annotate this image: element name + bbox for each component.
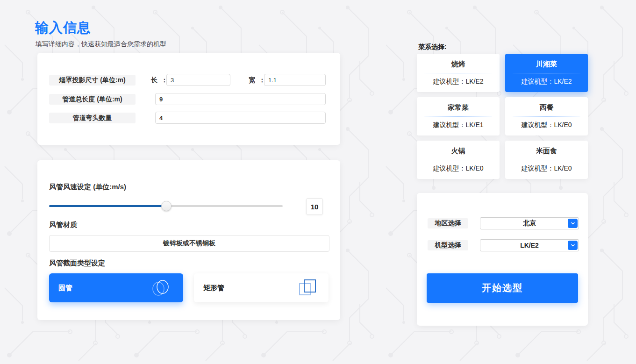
region-select-label: 地区选择 (428, 218, 468, 228)
model-select[interactable]: LK/E2 (480, 239, 579, 251)
divider (513, 73, 580, 73)
cuisine-card-western[interactable]: 西餐 建议机型：LK/E0 (505, 97, 588, 136)
selection-card: 地区选择 北京 机型选择 LK/E2 开始选型 (417, 193, 588, 326)
cuisine-name: 火锅 (451, 147, 465, 156)
chevron-down-icon[interactable] (568, 241, 578, 250)
round-pipe-icon (150, 278, 172, 297)
suggestion-prefix: 建议机型： (521, 121, 554, 128)
wind-speed-value: 10 (306, 198, 323, 215)
dimensions-card: 烟罩投影尺寸 (单位:m) 长 ： 宽 ： 管道总长度 (单位:m) 管道弯头数… (37, 53, 340, 145)
divider (513, 116, 580, 117)
length-input[interactable] (166, 74, 230, 86)
suggestion-prefix: 建议机型： (433, 164, 465, 172)
page-title: 输入信息 (35, 19, 91, 37)
cuisine-name: 米面食 (536, 147, 557, 156)
round-duct-label: 圆管 (58, 284, 72, 293)
length-label: 长 (151, 76, 157, 85)
region-value: 北京 (523, 219, 536, 228)
cuisine-card-sichuan-hunan[interactable]: 川湘菜 建议机型：LK/E2 (505, 54, 588, 92)
rect-duct-label: 矩形管 (203, 284, 224, 293)
wind-speed-slider[interactable] (49, 200, 283, 212)
suggested-model: LK/E1 (465, 121, 483, 128)
suggested-model: LK/E2 (465, 78, 483, 85)
model-select-label: 机型选择 (428, 240, 468, 250)
width-label: 宽 (249, 76, 255, 85)
cuisine-card-bbq[interactable]: 烧烤 建议机型：LK/E2 (417, 54, 500, 92)
divider (424, 116, 492, 117)
cuisine-name: 川湘菜 (536, 60, 557, 69)
cuisine-card-hotpot[interactable]: 火锅 建议机型：LK/E0 (417, 141, 500, 179)
chevron-down-icon[interactable] (568, 219, 578, 228)
wind-speed-label: 风管风速设定 (单位:m/s) (49, 183, 126, 192)
elbow-count-input[interactable] (155, 112, 326, 124)
slider-handle[interactable] (161, 201, 172, 211)
material-value-box[interactable]: 镀锌板或不锈钢板 (49, 235, 329, 252)
rect-pipe-icon (297, 278, 317, 298)
cuisine-name: 烧烤 (451, 60, 465, 69)
section-type-label: 风管截面类型设定 (49, 259, 105, 268)
suggested-model: LK/E2 (554, 78, 572, 85)
suggested-model: LK/E0 (554, 121, 572, 128)
page-subtitle: 填写详细内容，快速获知最适合您需求的机型 (36, 40, 166, 49)
suggestion-prefix: 建议机型： (433, 78, 465, 85)
suggestion-prefix: 建议机型： (521, 164, 554, 172)
model-value: LK/E2 (520, 242, 539, 249)
duct-settings-card: 风管风速设定 (单位:m/s) 10 风管材质 镀锌板或不锈钢板 风管截面类型设… (37, 160, 340, 320)
material-label: 风管材质 (49, 221, 77, 229)
duct-length-label: 管道总长度 (单位:m) (49, 94, 136, 105)
cuisine-section-label: 菜系选择: (418, 43, 447, 51)
start-selection-button[interactable]: 开始选型 (427, 273, 578, 303)
suggestion-prefix: 建议机型： (433, 121, 465, 128)
divider (424, 160, 492, 160)
suggestion-prefix: 建议机型： (521, 78, 554, 85)
hood-size-label: 烟罩投影尺寸 (单位:m) (49, 75, 136, 86)
divider (424, 73, 492, 73)
round-duct-option[interactable]: 圆管 (49, 273, 183, 302)
cuisine-name: 家常菜 (448, 103, 469, 112)
slider-fill (49, 205, 166, 207)
duct-length-input[interactable] (155, 93, 326, 105)
cuisine-card-home-style[interactable]: 家常菜 建议机型：LK/E1 (417, 97, 500, 136)
elbow-count-label: 管道弯头数量 (49, 113, 136, 123)
rect-duct-option[interactable]: 矩形管 (194, 273, 329, 302)
cuisine-name: 西餐 (540, 103, 554, 112)
suggested-model: LK/E0 (465, 164, 483, 172)
region-select[interactable]: 北京 (480, 217, 579, 229)
divider (513, 160, 580, 160)
suggested-model: LK/E0 (554, 164, 572, 172)
cuisine-card-rice-noodle[interactable]: 米面食 建议机型：LK/E0 (505, 141, 588, 179)
width-input[interactable] (264, 74, 326, 86)
